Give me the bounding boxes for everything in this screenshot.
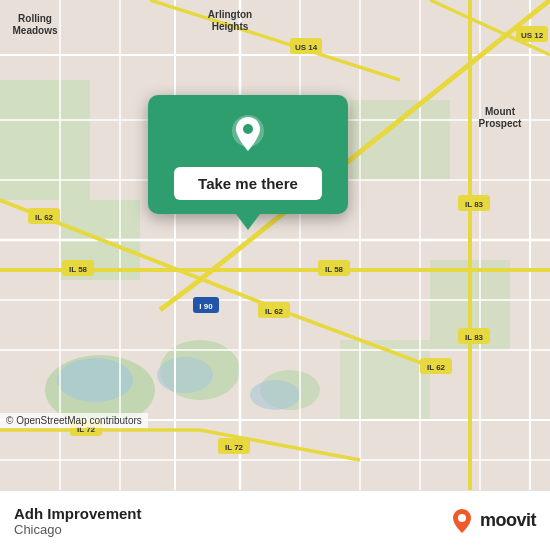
svg-text:Heights: Heights xyxy=(212,21,249,32)
moovit-text: moovit xyxy=(480,510,536,531)
svg-point-70 xyxy=(243,124,253,134)
take-me-there-button[interactable]: Take me there xyxy=(174,167,322,200)
location-pin-icon xyxy=(226,113,270,157)
svg-text:IL 62: IL 62 xyxy=(35,213,54,222)
location-info: Adh Improvement Chicago xyxy=(14,505,142,537)
svg-point-11 xyxy=(250,380,300,410)
svg-rect-3 xyxy=(350,100,450,180)
svg-text:IL 62: IL 62 xyxy=(427,363,446,372)
svg-text:IL 58: IL 58 xyxy=(69,265,88,274)
svg-text:IL 72: IL 72 xyxy=(225,443,244,452)
svg-text:Prospect: Prospect xyxy=(479,118,522,129)
location-city: Chicago xyxy=(14,522,142,537)
svg-text:US 12: US 12 xyxy=(521,31,544,40)
svg-rect-5 xyxy=(340,340,430,420)
svg-text:Mount: Mount xyxy=(485,106,516,117)
svg-text:Rolling: Rolling xyxy=(18,13,52,24)
svg-text:I 90: I 90 xyxy=(199,302,213,311)
bottom-bar: Adh Improvement Chicago moovit xyxy=(0,490,550,550)
svg-point-10 xyxy=(157,357,213,393)
map-container: IL 62 IL 62 IL 62 IL 58 IL 58 IL 83 IL 8… xyxy=(0,0,550,490)
svg-point-9 xyxy=(57,358,133,402)
svg-text:US 14: US 14 xyxy=(295,43,318,52)
svg-text:IL 83: IL 83 xyxy=(465,200,484,209)
svg-text:Meadows: Meadows xyxy=(12,25,57,36)
svg-text:IL 62: IL 62 xyxy=(265,307,284,316)
svg-text:IL 83: IL 83 xyxy=(465,333,484,342)
location-popup: Take me there xyxy=(148,95,348,214)
svg-point-71 xyxy=(458,514,466,522)
map-attribution: © OpenStreetMap contributors xyxy=(0,413,148,428)
moovit-logo[interactable]: moovit xyxy=(448,507,536,535)
svg-text:Arlington: Arlington xyxy=(208,9,252,20)
svg-text:IL 58: IL 58 xyxy=(325,265,344,274)
location-name: Adh Improvement xyxy=(14,505,142,522)
moovit-pin-icon xyxy=(448,507,476,535)
svg-rect-1 xyxy=(0,80,90,200)
